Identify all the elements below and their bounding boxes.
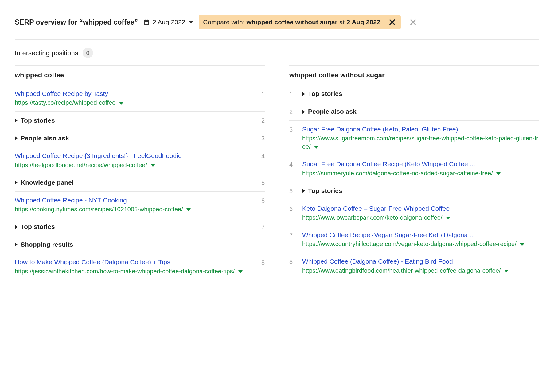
result-url-link[interactable]: https://tasty.co/recipe/whipped-coffee <box>15 99 252 107</box>
serp-feature-toggle[interactable]: Top stories <box>302 186 539 195</box>
result-title-link[interactable]: Whipped Coffee Recipe by Tasty <box>15 89 252 98</box>
serp-result-content: Sugar Free Dalgona Coffee Recipe (Keto W… <box>302 160 539 177</box>
calendar-icon <box>143 19 150 25</box>
chevron-down-icon[interactable] <box>520 243 524 246</box>
position-number: 7 <box>289 231 298 248</box>
serp-result-content: How to Make Whipped Coffee (Dalgona Coff… <box>15 258 252 275</box>
position-number: 4 <box>289 160 298 177</box>
close-icon[interactable] <box>388 18 396 26</box>
chevron-down-icon[interactable] <box>119 102 123 105</box>
result-url-link[interactable]: https://www.eatingbirdfood.com/healthier… <box>302 267 539 275</box>
serp-result-content: Whipped Coffee Recipe {3 Ingredients!} -… <box>15 151 252 169</box>
chevron-right-icon <box>15 242 18 247</box>
result-url-text: https://tasty.co/recipe/whipped-coffee <box>15 99 115 106</box>
result-title-link[interactable]: Sugar Free Dalgona Coffee Recipe (Keto W… <box>302 160 539 168</box>
result-url-text: https://www.sugarfreemom.com/recipes/sug… <box>302 135 538 150</box>
chevron-right-icon <box>15 180 18 185</box>
result-url-text: https://summeryule.com/dalgona-coffee-no… <box>302 170 493 177</box>
serp-result-row: 6Keto Dalgona Coffee – Sugar-Free Whippe… <box>289 200 539 226</box>
position-number: 7 <box>256 222 265 231</box>
result-url-text: https://www.eatingbirdfood.com/healthier… <box>302 267 501 274</box>
serp-feature-row: Top stories2 <box>15 112 265 129</box>
serp-feature-row: People also ask3 <box>15 129 265 147</box>
position-number: 3 <box>256 134 265 143</box>
date-picker[interactable]: 2 Aug 2022 <box>143 18 193 26</box>
serp-feature-label: Top stories <box>21 222 55 231</box>
serp-feature-toggle[interactable]: Top stories <box>15 222 252 231</box>
chevron-down-icon[interactable] <box>496 172 501 175</box>
result-title-link[interactable]: Whipped Coffee Recipe {3 Ingredients!} -… <box>15 151 252 160</box>
intersecting-row: Intersecting positions 0 <box>15 46 539 65</box>
result-url-text: https://cooking.nytimes.com/recipes/1021… <box>15 206 183 213</box>
chevron-right-icon <box>302 92 305 96</box>
serp-feature-row: 5Top stories <box>289 182 539 200</box>
result-url-link[interactable]: https://feelgoodfoodie.net/recipe/whippe… <box>15 161 252 169</box>
result-url-link[interactable]: https://www.lowcarbspark.com/keto-dalgon… <box>302 214 539 222</box>
compare-keyword: whipped coffee without sugar <box>247 18 337 26</box>
serp-feature-toggle[interactable]: Knowledge panel <box>15 178 252 187</box>
serp-feature-label: People also ask <box>21 134 69 143</box>
right-rows: 1Top stories2People also ask3Sugar Free … <box>289 85 539 279</box>
chevron-down-icon[interactable] <box>314 146 318 149</box>
serp-feature-toggle[interactable]: People also ask <box>15 134 252 143</box>
compare-at: at <box>339 18 345 26</box>
serp-feature-row: Knowledge panel5 <box>15 174 265 192</box>
chevron-down-icon[interactable] <box>186 208 191 211</box>
serp-result-content: Whipped Coffee Recipe {Vegan Sugar-Free … <box>302 231 539 248</box>
serp-result-content: Keto Dalgona Coffee – Sugar-Free Whipped… <box>302 204 539 222</box>
chevron-right-icon <box>15 225 18 229</box>
result-url-text: https://www.countryhillcottage.com/vegan… <box>302 241 517 247</box>
serp-result-content: Whipped Coffee Recipe - NYT Cookinghttps… <box>15 196 252 214</box>
compare-pill[interactable]: Compare with: whipped coffee without sug… <box>199 15 400 29</box>
result-title-link[interactable]: Sugar Free Dalgona Coffee (Keto, Paleo, … <box>302 125 539 134</box>
serp-feature-toggle[interactable]: People also ask <box>302 107 539 116</box>
serp-feature-label: Top stories <box>21 116 55 125</box>
position-number: 8 <box>256 258 265 275</box>
result-title-link[interactable]: Whipped Coffee Recipe {Vegan Sugar-Free … <box>302 231 539 239</box>
intersecting-count-badge: 0 <box>83 48 93 58</box>
left-column-heading: whipped coffee <box>15 65 265 85</box>
serp-feature-toggle[interactable]: Shopping results <box>15 240 252 249</box>
result-url-link[interactable]: https://summeryule.com/dalgona-coffee-no… <box>302 169 539 178</box>
close-panel-icon[interactable] <box>409 18 417 26</box>
position-number: 6 <box>256 196 265 214</box>
serp-feature-label: Top stories <box>308 89 342 98</box>
serp-result-content: Whipped Coffee (Dalgona Coffee) - Eating… <box>302 257 539 275</box>
right-column: whipped coffee without sugar 1Top storie… <box>289 65 539 280</box>
serp-feature-toggle[interactable]: Top stories <box>302 89 539 98</box>
position-number: 4 <box>256 151 265 169</box>
result-title-link[interactable]: Keto Dalgona Coffee – Sugar-Free Whipped… <box>302 204 539 213</box>
intersecting-label: Intersecting positions <box>15 49 78 58</box>
serp-feature-row: Top stories7 <box>15 218 265 236</box>
result-url-link[interactable]: https://www.countryhillcottage.com/vegan… <box>302 240 539 248</box>
header-bar: SERP overview for “whipped coffee” 2 Aug… <box>15 15 539 40</box>
serp-feature-label: People also ask <box>308 107 357 116</box>
serp-feature-toggle[interactable]: Top stories <box>15 116 252 125</box>
position-number: 8 <box>289 257 298 275</box>
result-url-text: https://feelgoodfoodie.net/recipe/whippe… <box>15 162 147 168</box>
position-number: 2 <box>256 116 265 125</box>
chevron-down-icon[interactable] <box>446 217 450 219</box>
serp-feature-label: Top stories <box>308 186 342 195</box>
result-title-link[interactable]: Whipped Coffee (Dalgona Coffee) - Eating… <box>302 257 539 266</box>
serp-feature-row: 1Top stories <box>289 85 539 103</box>
result-title-link[interactable]: Whipped Coffee Recipe - NYT Cooking <box>15 196 252 205</box>
chevron-down-icon[interactable] <box>238 270 243 273</box>
columns: whipped coffee Whipped Coffee Recipe by … <box>15 65 539 280</box>
result-title-link[interactable]: How to Make Whipped Coffee (Dalgona Coff… <box>15 258 252 266</box>
result-url-text: https://www.lowcarbspark.com/keto-dalgon… <box>302 214 443 221</box>
chevron-right-icon <box>302 189 305 193</box>
result-url-link[interactable]: https://jessicainthekitchen.com/how-to-m… <box>15 267 252 276</box>
left-rows: Whipped Coffee Recipe by Tastyhttps://ta… <box>15 85 265 280</box>
result-url-link[interactable]: https://www.sugarfreemom.com/recipes/sug… <box>302 134 539 151</box>
result-url-text: https://jessicainthekitchen.com/how-to-m… <box>15 268 235 275</box>
chevron-down-icon[interactable] <box>151 164 155 167</box>
result-url-link[interactable]: https://cooking.nytimes.com/recipes/1021… <box>15 205 252 214</box>
serp-result-row: 8Whipped Coffee (Dalgona Coffee) - Eatin… <box>289 253 539 279</box>
serp-feature-label: Shopping results <box>21 240 73 249</box>
serp-result-row: Whipped Coffee Recipe {3 Ingredients!} -… <box>15 147 265 174</box>
serp-result-row: 3Sugar Free Dalgona Coffee (Keto, Paleo,… <box>289 121 539 155</box>
compare-date: 2 Aug 2022 <box>346 18 380 26</box>
chevron-down-icon[interactable] <box>504 270 509 272</box>
position-number: 5 <box>256 178 265 187</box>
